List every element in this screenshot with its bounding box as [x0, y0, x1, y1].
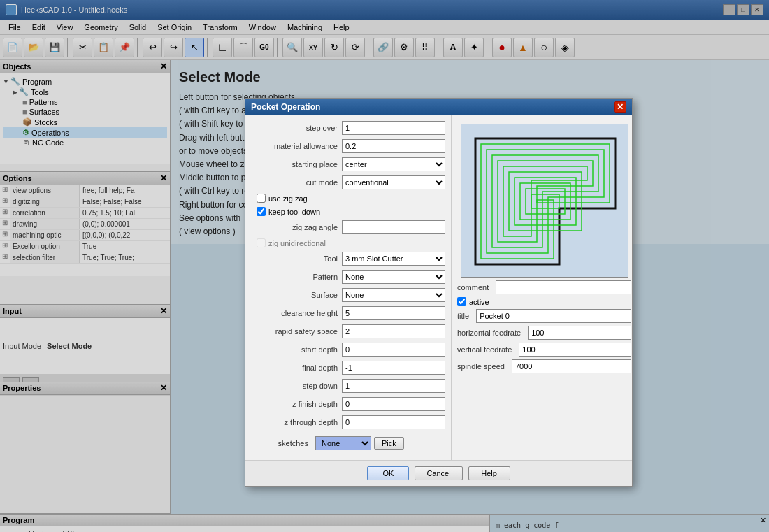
dialog-close-button[interactable]: ✕	[614, 101, 626, 113]
help-button[interactable]: Help	[468, 466, 510, 480]
final-depth-input[interactable]	[342, 361, 445, 375]
z-through-depth-input[interactable]	[342, 415, 445, 429]
field-v-feedrate: vertical feedrate	[457, 343, 631, 357]
clearance-height-label: clearance height	[251, 309, 342, 317]
starting-place-label: starting place	[251, 160, 342, 168]
field-title: title	[457, 309, 631, 323]
start-depth-input[interactable]	[342, 343, 445, 357]
v-feedrate-label: vertical feedrate	[457, 345, 516, 354]
field-zig-unidirectional: zig unidirectional	[251, 238, 445, 247]
cam-preview	[461, 124, 628, 278]
zig-zag-angle-input[interactable]	[342, 220, 445, 234]
dialog-right: comment active title horizontal feedrate	[452, 115, 637, 460]
field-clearance-height: clearance height	[251, 306, 445, 320]
dialog-right-fields: comment active title horizontal feedrate	[457, 280, 631, 373]
field-rapid-safety-space: rapid safety space	[251, 324, 445, 338]
field-starting-place: starting place center boundary	[251, 157, 445, 171]
use-zig-zag-label: use zig zag	[268, 194, 308, 203]
dialog-titlebar: Pocket Operation ✕	[245, 99, 632, 115]
dialog-overlay: Pocket Operation ✕ step over material al…	[0, 0, 769, 532]
tool-label: Tool	[251, 254, 342, 263]
spindle-speed-input[interactable]	[512, 359, 631, 373]
h-feedrate-label: horizontal feedrate	[457, 329, 525, 337]
zig-unidirectional-checkbox[interactable]	[257, 238, 266, 247]
use-zig-zag-checkbox[interactable]	[257, 194, 266, 203]
step-over-input[interactable]	[342, 121, 445, 135]
field-step-down: step down	[251, 379, 445, 393]
field-keep-tool-down: keep tool down	[251, 207, 445, 216]
field-use-zig-zag: use zig zag	[251, 194, 445, 203]
dialog-title: Pocket Operation	[251, 102, 320, 112]
pattern-select[interactable]: None	[342, 270, 445, 284]
field-z-through-depth: z through depth	[251, 415, 445, 429]
field-comment: comment	[457, 280, 631, 294]
clearance-height-input[interactable]	[342, 306, 445, 320]
field-h-feedrate: horizontal feedrate	[457, 326, 631, 340]
sketches-select[interactable]: None	[315, 436, 371, 450]
z-finish-depth-input[interactable]	[342, 397, 445, 411]
cancel-button[interactable]: Cancel	[415, 466, 462, 480]
dialog-buttons: OK Cancel Help	[245, 460, 632, 486]
h-feedrate-input[interactable]	[528, 326, 631, 340]
rapid-safety-space-input[interactable]	[342, 324, 445, 338]
rapid-safety-space-label: rapid safety space	[251, 327, 342, 336]
field-sketches: sketches None Pick	[251, 433, 445, 454]
material-allowance-label: material allowance	[251, 142, 342, 150]
field-start-depth: start depth	[251, 343, 445, 357]
field-material-allowance: material allowance	[251, 139, 445, 153]
title-label: title	[457, 312, 473, 320]
cut-mode-label: cut mode	[251, 178, 342, 187]
field-final-depth: final depth	[251, 361, 445, 375]
keep-tool-down-label: keep tool down	[268, 208, 320, 216]
comment-input[interactable]	[496, 280, 631, 294]
cam-svg	[461, 124, 628, 278]
spindle-speed-label: spindle speed	[457, 362, 509, 371]
pattern-label: Pattern	[251, 273, 342, 281]
field-pattern: Pattern None	[251, 270, 445, 284]
surface-select[interactable]: None	[342, 288, 445, 302]
v-feedrate-input[interactable]	[519, 343, 631, 357]
pocket-dialog: Pocket Operation ✕ step over material al…	[245, 98, 633, 487]
dialog-form: step over material allowance starting pl…	[245, 115, 452, 460]
field-spindle-speed: spindle speed	[457, 359, 631, 373]
comment-label: comment	[457, 283, 493, 292]
field-active: active	[457, 297, 631, 306]
zig-zag-angle-label: zig zag angle	[251, 223, 342, 231]
step-down-label: step down	[251, 382, 342, 390]
field-z-finish-depth: z finish depth	[251, 397, 445, 411]
material-allowance-input[interactable]	[342, 139, 445, 153]
start-depth-label: start depth	[251, 345, 342, 354]
active-checkbox[interactable]	[457, 297, 466, 306]
active-label: active	[469, 298, 489, 306]
field-zig-zag-angle: zig zag angle	[251, 220, 445, 234]
final-depth-label: final depth	[251, 364, 342, 372]
ok-button[interactable]: OK	[367, 466, 409, 480]
field-step-over: step over	[251, 121, 445, 135]
field-surface: Surface None	[251, 288, 445, 302]
step-down-input[interactable]	[342, 379, 445, 393]
dialog-body: step over material allowance starting pl…	[245, 115, 632, 460]
zig-unidirectional-label: zig unidirectional	[268, 239, 326, 247]
tool-select[interactable]: 3 mm Slot Cutter	[342, 252, 445, 266]
sketches-label: sketches	[257, 439, 312, 447]
field-cut-mode: cut mode conventional climb	[251, 175, 445, 189]
starting-place-select[interactable]: center boundary	[342, 157, 445, 171]
keep-tool-down-checkbox[interactable]	[257, 207, 266, 216]
step-over-label: step over	[251, 124, 342, 132]
cut-mode-select[interactable]: conventional climb	[342, 175, 445, 189]
surface-label: Surface	[251, 291, 342, 299]
field-tool: Tool 3 mm Slot Cutter	[251, 252, 445, 266]
title-input[interactable]	[476, 309, 631, 323]
z-through-depth-label: z through depth	[251, 418, 342, 426]
pick-button[interactable]: Pick	[374, 437, 404, 450]
z-finish-depth-label: z finish depth	[251, 400, 342, 408]
